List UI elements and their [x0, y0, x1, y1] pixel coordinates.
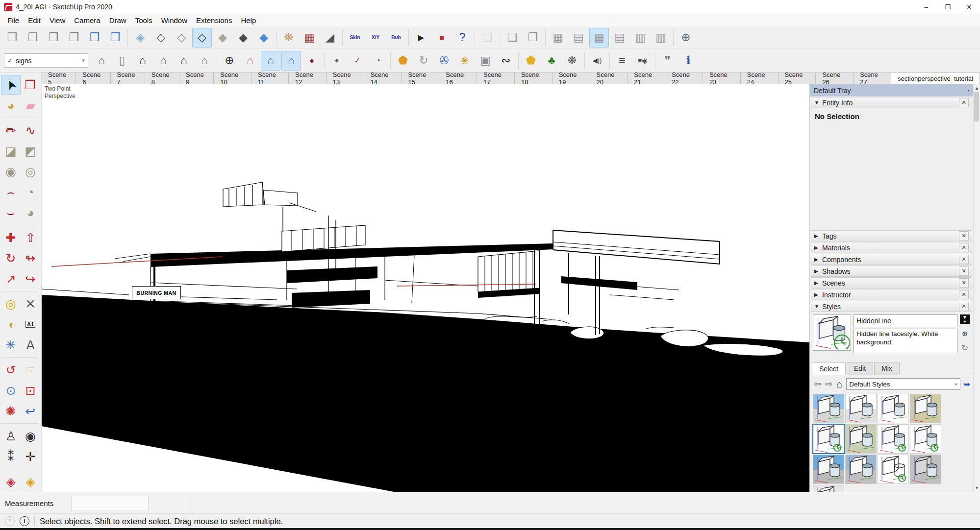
paint-bucket-tool-icon[interactable]: ◕: [1, 96, 21, 115]
close-icon[interactable]: ✕: [959, 98, 969, 107]
scene-tab-scene-14[interactable]: Scene 14: [364, 72, 402, 84]
styles-collection-dropdown[interactable]: Default Styles ▾: [846, 378, 960, 390]
layout-grid-3-icon[interactable]: ▦: [589, 28, 609, 48]
style-menu-button[interactable]: ▼＋: [960, 314, 970, 324]
video-camera-icon[interactable]: ✇: [434, 51, 454, 71]
section-plane-tool-icon[interactable]: ◈: [1, 472, 21, 491]
close-icon[interactable]: ✕: [959, 290, 969, 299]
walk-tool-icon[interactable]: ⁑: [1, 447, 21, 466]
scene-tab-scene-27[interactable]: Scene 27: [854, 72, 891, 84]
layout-grid-1-icon[interactable]: ▦: [548, 28, 568, 48]
scene-tab-scene-17[interactable]: Scene 17: [477, 72, 515, 84]
offset-tool-icon[interactable]: ↪: [21, 269, 40, 289]
film-gear-icon[interactable]: ❋: [562, 51, 582, 71]
soap-xy-icon[interactable]: X/Y: [366, 28, 385, 48]
menu-camera[interactable]: Camera: [70, 15, 104, 26]
plugin-surface-1-icon[interactable]: ❋: [279, 28, 299, 48]
protractor-tool-icon[interactable]: ◖: [1, 314, 21, 334]
section-display-tool-icon[interactable]: ◈: [21, 472, 40, 491]
details-arrow-icon[interactable]: ➥: [963, 379, 970, 389]
scene-tab-scene-25[interactable]: Scene 25: [779, 72, 816, 84]
zoom-extents-tool-icon[interactable]: ✺: [1, 401, 21, 421]
blue-house-1-icon[interactable]: ⌂: [261, 51, 280, 71]
face-style-back-edges-icon[interactable]: ◇: [151, 28, 171, 48]
sliders-eye-icon[interactable]: ≡◉: [633, 51, 653, 71]
style-name-input[interactable]: HiddenLine: [854, 314, 957, 327]
menu-help[interactable]: Help: [236, 15, 260, 26]
page-new-icon[interactable]: ❏: [503, 28, 522, 48]
close-icon[interactable]: ✕: [959, 255, 969, 264]
scene-tab-scene-9[interactable]: Scene 9: [179, 72, 214, 84]
face-style-hidden-line-icon[interactable]: ◇: [192, 28, 212, 48]
joint-push-pull-1-icon[interactable]: ❒: [2, 28, 22, 48]
globe-icon[interactable]: ⊕: [676, 28, 696, 48]
style-thumb-9[interactable]: [813, 455, 844, 484]
line-tool-icon[interactable]: ✏: [1, 120, 21, 140]
house-outline-icon[interactable]: ⌂: [174, 51, 194, 71]
three-point-arc-tool-icon[interactable]: ⌣: [1, 203, 21, 222]
zoom-window-tool-icon[interactable]: ⊡: [21, 381, 40, 400]
joint-push-pull-3-icon[interactable]: ❒: [44, 28, 63, 48]
model-viewport[interactable]: Two Point Perspective: [42, 84, 809, 492]
scene-tab-scene-21[interactable]: Scene 21: [628, 72, 665, 84]
refresh-icon[interactable]: ↻: [414, 51, 433, 71]
vr-orbit-icon[interactable]: ∾: [496, 51, 516, 71]
scene-tab-scene-10[interactable]: Scene 10: [214, 72, 251, 84]
orbit-tool-icon[interactable]: ↺: [1, 360, 21, 380]
plugin-surface-2-icon[interactable]: ▦: [300, 28, 319, 48]
section-scenes[interactable]: ▶Scenes✕: [811, 277, 972, 289]
help-question-icon[interactable]: ?: [452, 28, 472, 48]
close-icon[interactable]: ✕: [959, 266, 969, 276]
soap-bubble-icon[interactable]: Bub: [386, 28, 406, 48]
style-thumb-6[interactable]: [845, 424, 877, 454]
back-arrow-icon[interactable]: ⇦: [814, 379, 821, 389]
scene-tab-scene-8[interactable]: Scene 8: [145, 72, 179, 84]
north-arrow-tool-icon[interactable]: ✛: [21, 447, 40, 466]
chat-quote-icon[interactable]: ❞: [658, 51, 678, 71]
import-disabled-icon[interactable]: ❏: [477, 28, 497, 48]
scale-tool-icon[interactable]: ↗: [1, 269, 21, 289]
close-icon[interactable]: ✕: [959, 231, 969, 241]
scene-tab-scene-19[interactable]: Scene 19: [553, 72, 590, 84]
eraser-tool-icon[interactable]: ▰: [21, 96, 40, 115]
style-thumb-10[interactable]: [845, 455, 877, 484]
scene-tab-scene-5[interactable]: Scene 5: [42, 72, 76, 84]
section-materials[interactable]: ▶Materials✕: [811, 242, 972, 253]
face-style-wireframe-icon[interactable]: ◇: [172, 28, 191, 48]
menu-window[interactable]: Window: [157, 15, 192, 26]
menu-draw[interactable]: Draw: [105, 15, 131, 26]
menu-extensions[interactable]: Extensions: [192, 15, 236, 26]
tray-scrollbar[interactable]: ▲ ▼: [973, 84, 980, 492]
needle-icon[interactable]: ✓: [348, 51, 367, 71]
scene-tab-active[interactable]: sectionperspective_tutorial: [891, 72, 980, 84]
rotated-rectangle-tool-icon[interactable]: ◩: [21, 141, 40, 161]
house-front-icon[interactable]: ⌂: [133, 51, 152, 71]
speaker-icon[interactable]: ◀)): [587, 51, 607, 71]
reverse-face-house-icon[interactable]: ⌂: [240, 51, 260, 71]
scene-tab-scene-12[interactable]: Scene 12: [289, 72, 327, 84]
axes-tool-icon[interactable]: ✳: [1, 335, 21, 355]
scene-tab-scene-6[interactable]: Scene 6: [76, 72, 110, 84]
style-thumb-12[interactable]: [910, 455, 941, 484]
scene-tab-scene-23[interactable]: Scene 23: [703, 72, 741, 84]
style-description-input[interactable]: Hidden line facestyle. White background.: [854, 329, 957, 353]
freehand-tool-icon[interactable]: ∿: [21, 120, 40, 140]
plugin-surface-3-icon[interactable]: ◢: [320, 28, 340, 48]
select-tool-icon[interactable]: ➤: [1, 75, 21, 95]
photo-camera-icon[interactable]: ▣: [476, 51, 495, 71]
close-button[interactable]: ✕: [958, 0, 980, 14]
styles-header[interactable]: ▼ Styles ✕: [811, 301, 972, 312]
face-style-x-ray-icon[interactable]: ◈: [130, 28, 150, 48]
move-tool-icon[interactable]: ✚: [1, 228, 21, 247]
restore-button[interactable]: ❐: [937, 0, 958, 14]
style-thumb-7[interactable]: [878, 424, 909, 454]
text-tool-icon[interactable]: A1: [21, 314, 40, 334]
info-icon[interactable]: ℹ: [678, 51, 698, 71]
styles-tab-mix[interactable]: Mix: [874, 362, 900, 375]
scene-tab-scene-13[interactable]: Scene 13: [327, 72, 364, 84]
layout-grid-2-icon[interactable]: ▤: [569, 28, 588, 48]
geolocation-icon[interactable]: ?: [5, 516, 15, 526]
3d-text-tool-icon[interactable]: A: [21, 335, 40, 355]
joint-push-pull-5-icon[interactable]: ❒: [85, 28, 104, 48]
push-pull-tool-icon[interactable]: ⇧: [21, 228, 40, 247]
